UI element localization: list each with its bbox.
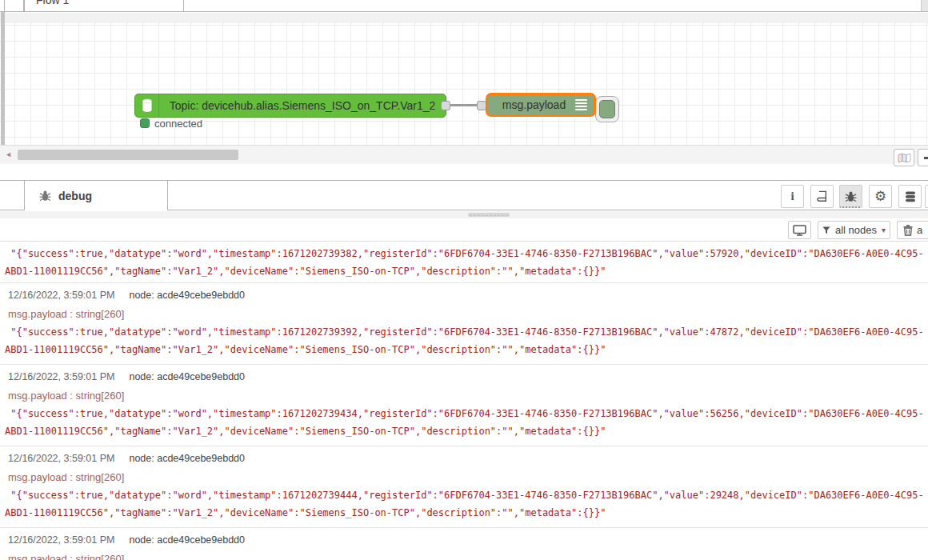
debug-message: 12/16/2022, 3:59:01 PM node: acde49cebe9…	[0, 446, 928, 528]
debug-toolbar: all nodes ▾ a	[0, 218, 928, 242]
message-payload-text: "{"success":true,"datatype":"word","time…	[0, 323, 928, 358]
list-icon	[575, 99, 587, 110]
debug-tab-label: debug	[58, 190, 92, 202]
message-timestamp: 12/16/2022, 3:59:01 PM	[8, 371, 114, 382]
sidebar-tab-info[interactable]: i	[781, 185, 804, 208]
message-source-node[interactable]: node: acde49cebe9ebdd0	[129, 290, 245, 301]
debug-message: "{"success":true,"datatype":"word","time…	[0, 242, 928, 283]
hscrollbar-thumb[interactable]	[18, 150, 238, 160]
message-timestamp: 12/16/2022, 3:59:01 PM	[8, 534, 114, 546]
tab-scroll-left-button[interactable]	[4, 0, 24, 12]
debug-toggle-frame	[595, 96, 619, 122]
debug-message-list: "{"success":true,"datatype":"word","time…	[0, 242, 928, 560]
sidebar-tab-dashboard[interactable]	[925, 185, 928, 208]
topic-node-label: Topic: devicehub.alias.Siemens_ISO_on_TC…	[159, 99, 446, 112]
message-source-node[interactable]: node: acde49cebe9ebdd0	[129, 534, 245, 546]
flow-canvas[interactable]: Topic: devicehub.alias.Siemens_ISO_on_TC…	[0, 23, 928, 145]
debug-message: 12/16/2022, 3:59:01 PM node: acde49cebe9…	[0, 528, 928, 560]
bug-icon	[845, 190, 857, 202]
sidebar-header: debug i ⚙	[0, 180, 928, 210]
message-property-meta[interactable]: msg.payload : string[260]	[8, 308, 928, 320]
flow-tab-label: Flow 1	[36, 0, 69, 6]
node-red-editor: Flow 1 Topic: devicehub.alias.Siemens_IS…	[0, 0, 928, 560]
topic-node-output-port[interactable]	[441, 101, 450, 110]
panel-resize-strip	[0, 211, 928, 218]
palette-edge-strip	[1, 12, 5, 145]
trash-icon	[903, 225, 913, 236]
message-timestamp: 12/16/2022, 3:59:01 PM	[8, 290, 114, 301]
message-timestamp: 12/16/2022, 3:59:01 PM	[8, 453, 114, 464]
topic-node[interactable]: Topic: devicehub.alias.Siemens_ISO_on_TC…	[134, 94, 446, 118]
message-property-meta[interactable]: msg.payload : string[260]	[8, 471, 928, 483]
flow-tabbar: Flow 1	[0, 0, 928, 12]
view-navigator-button[interactable]	[894, 149, 914, 166]
message-source-node[interactable]: node: acde49cebe9ebdd0	[129, 371, 245, 382]
message-property-meta[interactable]: msg.payload : string[260]	[8, 390, 928, 402]
sidebar-tab-help[interactable]	[810, 185, 834, 208]
chevron-down-icon: ▾	[882, 226, 886, 234]
zoom-out-button[interactable]	[918, 149, 928, 166]
clear-messages-button[interactable]: a	[897, 221, 928, 239]
debug-node-label: msg.payload	[488, 98, 575, 111]
message-property-meta[interactable]: msg.payload : string[260]	[8, 553, 928, 560]
filter-dropdown[interactable]: all nodes ▾	[818, 221, 890, 239]
debug-node-selected[interactable]: msg.payload	[486, 93, 596, 117]
canvas-hscrollbar: ◄	[0, 145, 928, 164]
message-source-node[interactable]: node: acde49cebe9ebdd0	[129, 453, 245, 464]
debug-message: 12/16/2022, 3:59:01 PM node: acde49cebe9…	[0, 283, 928, 365]
debug-message: 12/16/2022, 3:59:01 PM node: acde49cebe9…	[0, 365, 928, 446]
sidebar-tab-debug[interactable]: debug	[24, 181, 168, 210]
sidebar-tab-context[interactable]	[898, 185, 922, 208]
scroll-left-arrow-icon[interactable]: ◄	[5, 150, 12, 158]
message-payload-text: "{"success":true,"datatype":"word","time…	[0, 486, 928, 522]
database-icon	[905, 191, 916, 202]
open-debug-window-button[interactable]	[788, 221, 811, 239]
sidebar-tab-config[interactable]: ⚙	[869, 185, 892, 208]
node-status-label: connected	[154, 118, 202, 130]
filter-dropdown-label: all nodes	[835, 224, 877, 236]
message-payload-text: "{"success":true,"datatype":"word","time…	[0, 245, 928, 280]
map-icon	[898, 153, 911, 163]
sidebar-tab-debug-icon[interactable]	[839, 185, 862, 208]
monitor-icon	[793, 225, 806, 236]
clear-button-label: a	[917, 224, 922, 236]
bug-icon	[39, 190, 51, 202]
debug-toggle-button[interactable]	[599, 100, 615, 118]
info-icon: i	[790, 190, 794, 203]
book-icon	[816, 190, 828, 202]
filter-funnel-icon	[822, 226, 830, 234]
canvas-top-strip	[0, 13, 928, 23]
minus-icon	[924, 157, 928, 159]
panel-resize-handle[interactable]	[468, 213, 510, 217]
message-payload-text: "{"success":true,"datatype":"word","time…	[0, 405, 928, 440]
gear-icon: ⚙	[874, 190, 886, 203]
flow-tab-flow1[interactable]: Flow 1	[24, 0, 184, 12]
tabbar-right-edge	[921, 0, 928, 11]
node-status-dot	[140, 118, 150, 128]
database-cylinder-icon	[135, 94, 159, 117]
